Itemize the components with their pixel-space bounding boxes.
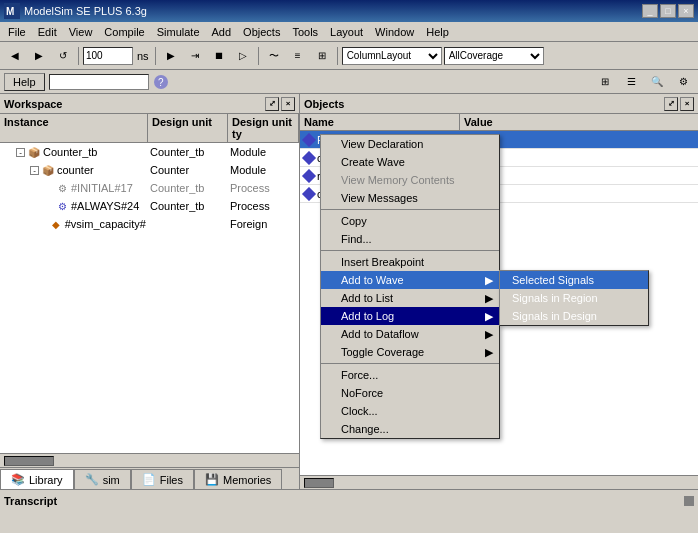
forward-button[interactable]: ▶ <box>28 45 50 67</box>
zoom-icon[interactable]: 🔍 <box>646 71 668 93</box>
ctx-view-memory: View Memory Contents <box>321 171 499 189</box>
instance-name: #ALWAYS#24 <box>71 200 139 212</box>
menu-tools[interactable]: Tools <box>286 24 324 40</box>
objects-float-btn[interactable]: ⤢ <box>664 97 678 111</box>
col-type: Design unit ty <box>228 114 299 142</box>
tab-library[interactable]: 📚 Library <box>0 469 74 489</box>
back-button[interactable]: ◀ <box>4 45 26 67</box>
toolbar-sep-4 <box>337 47 338 65</box>
close-button[interactable]: × <box>678 4 694 18</box>
layout-combo[interactable]: ColumnLayout <box>342 47 442 65</box>
tree-row[interactable]: ⚙ #ALWAYS#24 Counter_tb Process <box>0 197 299 215</box>
menu-layout[interactable]: Layout <box>324 24 369 40</box>
objects-close-btn[interactable]: × <box>680 97 694 111</box>
ctx-add-to-dataflow[interactable]: Add to Dataflow ▶ <box>321 325 499 343</box>
tree-row[interactable]: - 📦 Counter_tb Counter_tb Module <box>0 143 299 161</box>
ctx-insert-breakpoint[interactable]: Insert Breakpoint <box>321 253 499 271</box>
menu-compile[interactable]: Compile <box>98 24 150 40</box>
ctx-sep-2 <box>321 250 499 251</box>
tree-row[interactable]: ◆ #vsim_capacity# Foreign <box>0 215 299 233</box>
ctx-add-to-wave[interactable]: Add to Wave ▶ Selected Signals Signals i… <box>321 271 499 289</box>
objects-hscroll[interactable] <box>300 475 698 489</box>
col-value: Value <box>460 114 698 130</box>
help-search-input[interactable] <box>49 74 149 90</box>
signal-icon <box>302 169 316 183</box>
tab-files-label: Files <box>160 474 183 486</box>
instance-name: Counter_tb <box>43 146 97 158</box>
ctx-find[interactable]: Find... <box>321 230 499 248</box>
menu-add[interactable]: Add <box>206 24 238 40</box>
ctx-add-to-log[interactable]: Add to Log ▶ <box>321 307 499 325</box>
workspace-label: Workspace <box>4 98 263 110</box>
settings-icon[interactable]: ⚙ <box>672 71 694 93</box>
foreign-icon: ◆ <box>49 217 63 231</box>
dataflow-button[interactable]: ⊞ <box>311 45 333 67</box>
expand-icon[interactable]: - <box>16 148 25 157</box>
ctx-change[interactable]: Change... <box>321 420 499 438</box>
submenu-signals-region[interactable]: Signals in Region <box>500 289 648 307</box>
hscroll-thumb[interactable] <box>4 456 54 466</box>
ctx-clock[interactable]: Clock... <box>321 402 499 420</box>
menu-edit[interactable]: Edit <box>32 24 63 40</box>
submenu-signals-design[interactable]: Signals in Design <box>500 307 648 325</box>
module-icon: 📦 <box>41 163 55 177</box>
hscroll-thumb[interactable] <box>304 478 334 488</box>
ctx-view-messages[interactable]: View Messages <box>321 189 499 207</box>
instance-cell: ⚙ #ALWAYS#24 <box>0 198 148 214</box>
workspace-tree: - 📦 Counter_tb Counter_tb Module - 📦 cou… <box>0 143 299 453</box>
title-bar: M ModelSim SE PLUS 6.3g _ □ × <box>0 0 698 22</box>
ctx-create-wave[interactable]: Create Wave <box>321 153 499 171</box>
menu-window[interactable]: Window <box>369 24 420 40</box>
workspace-close-btn[interactable]: × <box>281 97 295 111</box>
time-input[interactable] <box>83 47 133 65</box>
stop-button[interactable]: ⏹ <box>208 45 230 67</box>
tab-memories[interactable]: 💾 Memories <box>194 469 282 489</box>
workspace-hscroll[interactable] <box>0 453 299 467</box>
tree-row[interactable]: ⚙ #INITIAL#17 Counter_tb Process <box>0 179 299 197</box>
instance-name: #INITIAL#17 <box>71 182 133 194</box>
type-cell: Module <box>228 145 299 159</box>
list-icon[interactable]: ☰ <box>620 71 642 93</box>
wave-button[interactable]: 〜 <box>263 45 285 67</box>
tab-library-label: Library <box>29 474 63 486</box>
menu-simulate[interactable]: Simulate <box>151 24 206 40</box>
ctx-copy[interactable]: Copy <box>321 212 499 230</box>
tab-files[interactable]: 📄 Files <box>131 469 194 489</box>
continue-button[interactable]: ▷ <box>232 45 254 67</box>
toolbar-sep-3 <box>258 47 259 65</box>
ctx-force[interactable]: Force... <box>321 366 499 384</box>
instance-name: #vsim_capacity# <box>65 218 146 230</box>
signal-icon <box>302 187 316 201</box>
tab-sim[interactable]: 🔧 sim <box>74 469 131 489</box>
col-design: Design unit <box>148 114 228 142</box>
ctx-toggle-coverage[interactable]: Toggle Coverage ▶ <box>321 343 499 361</box>
step-button[interactable]: ⇥ <box>184 45 206 67</box>
menu-help[interactable]: Help <box>420 24 455 40</box>
menu-file[interactable]: File <box>2 24 32 40</box>
instance-cell: ⚙ #INITIAL#17 <box>0 180 148 196</box>
list-button[interactable]: ≡ <box>287 45 309 67</box>
submenu-selected-signals[interactable]: Selected Signals <box>500 271 648 289</box>
maximize-button[interactable]: □ <box>660 4 676 18</box>
workspace-headers: Instance Design unit Design unit ty <box>0 114 299 143</box>
menu-objects[interactable]: Objects <box>237 24 286 40</box>
layout-icon[interactable]: ⊞ <box>594 71 616 93</box>
workspace-float-btn[interactable]: ⤢ <box>265 97 279 111</box>
transcript-label: Transcript <box>4 495 57 507</box>
help-button[interactable]: Help <box>4 73 45 91</box>
ctx-view-declaration[interactable]: View Declaration <box>321 135 499 153</box>
type-cell: Process <box>228 181 299 195</box>
run-button[interactable]: ▶ <box>160 45 182 67</box>
time-unit-label: ns <box>135 50 151 62</box>
minimize-button[interactable]: _ <box>642 4 658 18</box>
expand-icon[interactable]: - <box>30 166 39 175</box>
objects-titlebar: Objects ⤢ × <box>300 94 698 114</box>
transcript-resize[interactable] <box>684 496 694 506</box>
ctx-add-to-list[interactable]: Add to List ▶ <box>321 289 499 307</box>
main-toolbar: ◀ ▶ ↺ ns ▶ ⇥ ⏹ ▷ 〜 ≡ ⊞ ColumnLayout AllC… <box>0 42 698 70</box>
coverage-combo[interactable]: AllCoverage <box>444 47 544 65</box>
ctx-noforce[interactable]: NoForce <box>321 384 499 402</box>
menu-view[interactable]: View <box>63 24 99 40</box>
restart-button[interactable]: ↺ <box>52 45 74 67</box>
tree-row[interactable]: - 📦 counter Counter Module <box>0 161 299 179</box>
